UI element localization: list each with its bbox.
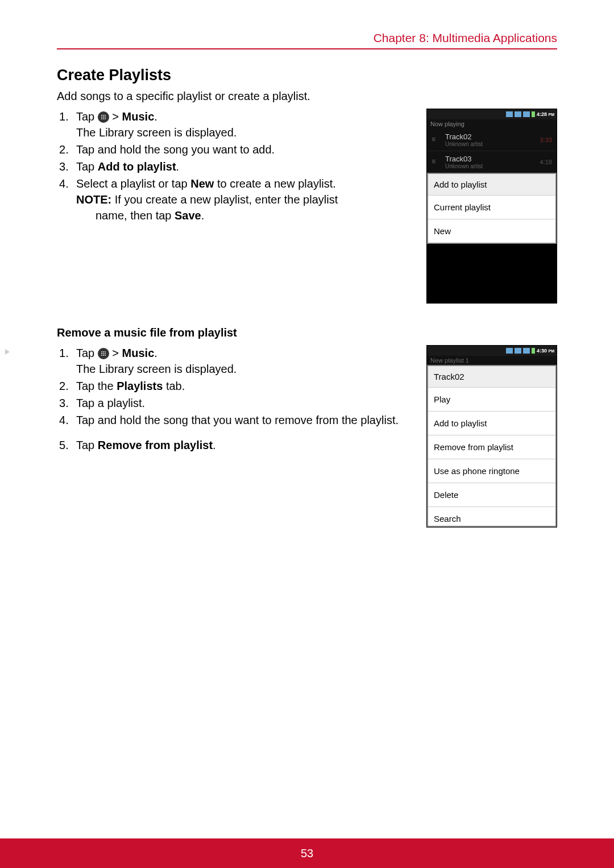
menu-title: Track02 bbox=[428, 366, 555, 388]
subsection-title: Remove a music file from playlist bbox=[57, 326, 557, 339]
signal-icon bbox=[523, 111, 530, 117]
step-3: Tap a playlist. bbox=[57, 395, 416, 411]
status-bar: 4:30 PM bbox=[427, 346, 557, 356]
step-1-sub: The Library screen is displayed. bbox=[76, 361, 416, 377]
track-row[interactable]: ≡ Track03 Unknown artist 4:18 bbox=[427, 151, 557, 173]
menu-item-current-playlist[interactable]: Current playlist bbox=[428, 196, 555, 219]
menu-item-new[interactable]: New bbox=[428, 219, 555, 243]
step-2: Tap the Playlists tab. bbox=[57, 378, 416, 394]
track-artist: Unknown artist bbox=[445, 141, 540, 147]
drag-handle-icon[interactable]: ≡ bbox=[432, 138, 441, 142]
play-icon bbox=[5, 349, 10, 355]
signal-icon bbox=[515, 348, 521, 354]
signal-icon bbox=[515, 111, 521, 117]
track-duration: 4:18 bbox=[540, 159, 552, 165]
remove-from-playlist-steps: Tap > Music. The Library screen is displ… bbox=[57, 345, 416, 453]
signal-icon bbox=[506, 348, 513, 354]
menu-item-search[interactable]: Search bbox=[428, 507, 555, 526]
track-artist: Unknown artist bbox=[445, 163, 540, 169]
track-title: Track03 bbox=[445, 155, 540, 163]
step-1: Tap > Music. The Library screen is displ… bbox=[57, 109, 416, 140]
track-title: Track02 bbox=[445, 132, 540, 141]
step-1-sub: The Library screen is displayed. bbox=[76, 124, 416, 140]
apps-icon bbox=[98, 111, 109, 123]
drag-handle-icon[interactable]: ≡ bbox=[432, 160, 441, 164]
apps-icon bbox=[98, 348, 109, 359]
battery-icon bbox=[532, 111, 535, 117]
page-number: 53 bbox=[301, 847, 313, 859]
step-1: Tap > Music. The Library screen is displ… bbox=[57, 345, 416, 377]
now-playing-label: Now playing bbox=[427, 119, 557, 129]
menu-item-delete[interactable]: Delete bbox=[428, 483, 555, 507]
section-intro: Add songs to a specific playlist or crea… bbox=[57, 90, 557, 103]
status-time: 4:28 PM bbox=[537, 111, 554, 117]
context-menu: Add to playlist Current playlist New bbox=[427, 173, 557, 244]
status-time: 4:30 PM bbox=[537, 348, 554, 354]
track-row[interactable]: ≡ Track02 Unknown artist 3:33 bbox=[427, 129, 557, 151]
step-4-note-cont: name, then tap Save. bbox=[76, 207, 416, 223]
menu-item-use-as-ringtone[interactable]: Use as phone ringtone bbox=[428, 459, 555, 483]
menu-item-play[interactable]: Play bbox=[428, 388, 555, 412]
signal-icon bbox=[506, 111, 513, 117]
menu-item-add-to-playlist[interactable]: Add to playlist bbox=[428, 412, 555, 435]
step-4: Tap and hold the song that you want to r… bbox=[57, 412, 416, 428]
phone-screenshot-2: 4:30 PM New playlist 1 Track02 Play Add … bbox=[426, 345, 557, 528]
chapter-title: Chapter 8: Multimedia Applications bbox=[374, 31, 557, 44]
menu-title: Add to playlist bbox=[428, 174, 555, 196]
chapter-header: Chapter 8: Multimedia Applications bbox=[57, 31, 557, 49]
track-duration: 3:33 bbox=[540, 136, 552, 143]
battery-icon bbox=[532, 348, 535, 354]
status-bar: 4:28 PM bbox=[427, 109, 557, 119]
create-playlist-steps: Tap > Music. The Library screen is displ… bbox=[57, 109, 416, 223]
step-5: Tap Remove from playlist. bbox=[57, 437, 416, 453]
signal-icon bbox=[523, 348, 530, 354]
context-menu: Track02 Play Add to playlist Remove from… bbox=[427, 365, 557, 527]
menu-item-remove-from-playlist[interactable]: Remove from playlist bbox=[428, 435, 555, 459]
phone-screenshot-1: 4:28 PM Now playing ≡ Track02 Unknown ar… bbox=[426, 109, 557, 304]
phone-empty-area bbox=[427, 244, 557, 303]
playlist-name-label: New playlist 1 bbox=[427, 356, 557, 365]
page-footer: 53 bbox=[0, 838, 614, 868]
step-4: Select a playlist or tap New to create a… bbox=[57, 176, 416, 223]
section-title: Create Playlists bbox=[57, 67, 557, 84]
step-2: Tap and hold the song you want to add. bbox=[57, 142, 416, 157]
step-4-note: NOTE: If you create a new playlist, ente… bbox=[76, 192, 416, 207]
step-3: Tap Add to playlist. bbox=[57, 159, 416, 175]
